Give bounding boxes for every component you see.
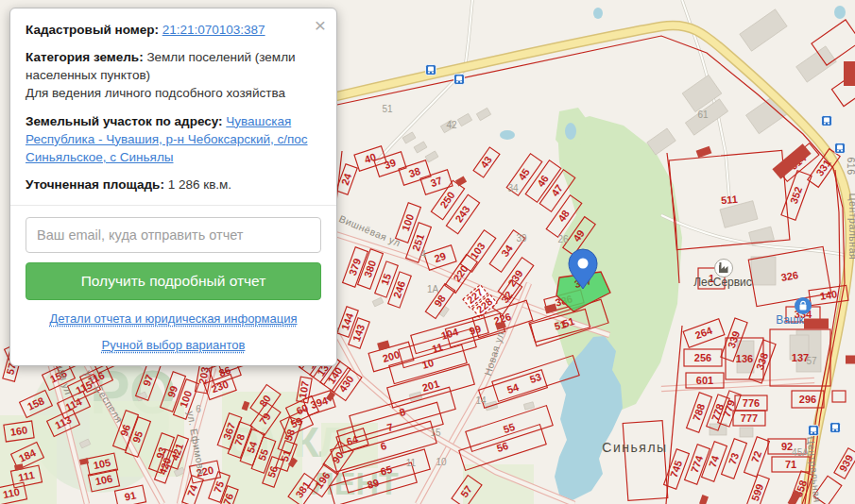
red-building <box>846 356 855 364</box>
address-number: 1А <box>427 284 439 294</box>
small-pond <box>834 6 846 19</box>
divider <box>10 205 336 206</box>
address-number: 51 <box>382 104 393 114</box>
poi-label: ЛесСервис <box>693 276 752 289</box>
category-extra: Для ведения личного подсобного хозяйства <box>26 86 285 100</box>
address-number: 10 <box>436 457 447 467</box>
bus-stop-icon <box>830 423 841 433</box>
address-number: 61 <box>697 109 709 120</box>
bus-stop-icon <box>809 426 819 436</box>
street-label: 616 <box>846 157 855 175</box>
town-label: Синьялы <box>602 440 667 455</box>
street-label: Центральная <box>847 193 855 260</box>
address-number: 34 <box>507 183 519 193</box>
get-report-button[interactable]: Получить подробный отчет <box>26 262 321 300</box>
small-pond <box>593 8 603 19</box>
parcel-number: 140 <box>819 288 838 301</box>
address-number: 42 <box>446 120 457 130</box>
small-pond <box>500 130 515 140</box>
area-value: 1 286 кв.м. <box>168 177 231 192</box>
address-row: Земельный участок по адресу: Чувашская Р… <box>26 112 321 166</box>
area-label: Уточненная площадь: <box>26 177 164 192</box>
cadastral-number-row: Кадастровый номер: 21:21:070103:387 <box>26 21 321 39</box>
parcel-number: 511 <box>721 193 739 207</box>
parcel-number: 776 <box>743 397 760 409</box>
address-number: 39 <box>516 233 527 244</box>
address-number: 26 <box>557 234 569 244</box>
address-number: 15 <box>430 428 441 438</box>
address-number: 57 <box>806 356 817 366</box>
parcel-number: 601 <box>696 375 713 386</box>
area-row: Уточненная площадь: 1 286 кв.м. <box>26 176 321 193</box>
address-number: 11 <box>406 458 417 468</box>
address-number: 45А <box>792 447 809 458</box>
red-building <box>804 319 829 329</box>
parcel-number: 256 <box>694 352 711 363</box>
category-row: Категория земель: Земли поселений (земли… <box>26 48 321 102</box>
address-number: 4 <box>420 249 426 260</box>
poi-label: Вашк <box>776 313 804 327</box>
parcel-number: 160 <box>9 424 28 437</box>
parcel-number: 296 <box>799 394 816 405</box>
bus-stop-icon <box>426 65 436 76</box>
cadastral-number-link[interactable]: 21:21:070103:387 <box>162 23 265 37</box>
cadastral-number-label: Кадастровый номер: <box>26 23 159 37</box>
parcel-number: 777 <box>741 412 758 424</box>
email-input[interactable] <box>26 217 321 253</box>
category-label: Категория земель: <box>26 50 144 64</box>
parcel-number: 91 <box>124 489 137 502</box>
info-panel: × Кадастровый номер: 21:21:070103:387 Ка… <box>9 8 337 366</box>
factory-icon <box>715 260 733 277</box>
parcel-number: 71 <box>785 459 796 470</box>
address-number: 14 <box>475 395 487 406</box>
parcel-number: 136 <box>736 353 753 364</box>
bus-stop-icon <box>835 143 846 154</box>
shopping-bag-icon <box>795 297 812 314</box>
small-pond <box>565 123 576 140</box>
building <box>751 257 776 285</box>
bus-stop-icon <box>454 75 465 85</box>
manual-selection-link[interactable]: Ручной выбор вариантов <box>26 337 321 354</box>
red-building <box>844 61 855 86</box>
building <box>740 428 753 437</box>
close-icon[interactable]: × <box>315 15 326 35</box>
report-details-link[interactable]: Детали отчета и юридическая информация <box>26 311 321 328</box>
address-label: Земельный участок по адресу: <box>26 114 223 128</box>
map-viewport: РООМКЛЛЕНТ244039383743454647484925024310… <box>0 0 855 504</box>
bus-stop-icon <box>822 116 832 126</box>
